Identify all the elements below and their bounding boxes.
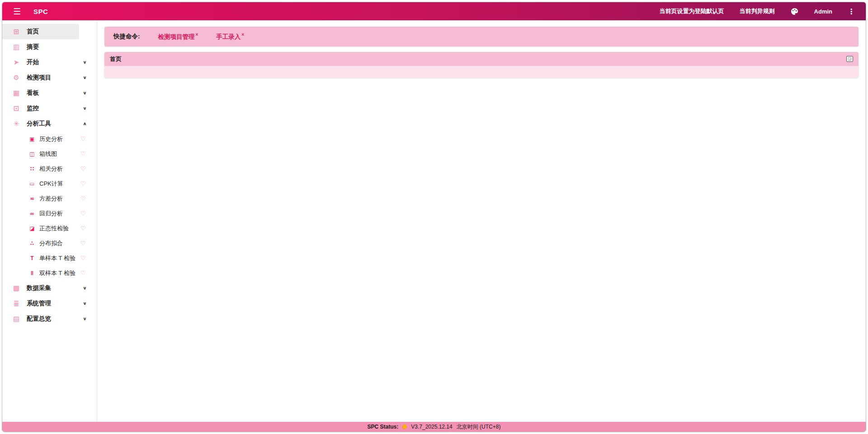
top-bar: ☰ SPC 当前页设置为登陆默认页 当前判异规则 Admin ⋮	[2, 2, 866, 20]
sidebar-subitem-cpk-calc[interactable]: ▭CPK计算♡	[2, 176, 97, 191]
close-icon[interactable]: ×	[196, 32, 198, 37]
sidebar-subitem-label: 回归分析	[39, 210, 63, 218]
favorite-heart-icon[interactable]: ♡	[80, 180, 86, 187]
anova-icon: ≂	[28, 196, 36, 202]
sidebar-subitem-label: 单样本 T 检验	[39, 254, 75, 262]
sidebar-subitem-history-analysis[interactable]: ▣历史分析♡	[2, 131, 97, 146]
sidebar-item-system-management[interactable]: ≣系统管理∨	[2, 296, 97, 311]
kebab-menu-icon[interactable]: ⋮	[848, 7, 855, 16]
sidebar-subitem-one-sample-t[interactable]: T单样本 T 检验♡	[2, 251, 97, 266]
chevron-down-icon: ∨	[83, 285, 87, 290]
favorite-heart-icon[interactable]: ♡	[80, 225, 86, 232]
sidebar: ⊞首页▥摘要➤开始∨⚙检测项目∨▦看板∨⊡监控∨✳分析工具∧▣历史分析♡◫箱线图…	[2, 20, 97, 422]
sidebar-subitem-box-plot[interactable]: ◫箱线图♡	[2, 146, 97, 161]
sidebar-subitem-normality-test[interactable]: ◪正态性检验♡	[2, 221, 97, 236]
chevron-down-icon: ∨	[83, 106, 87, 111]
start-icon: ➤	[12, 58, 20, 66]
sidebar-item-summary[interactable]: ▥摘要	[2, 39, 97, 55]
chevron-down-icon: ∨	[83, 301, 87, 306]
set-default-page-link[interactable]: 当前页设置为登陆默认页	[660, 7, 724, 15]
sidebar-subitem-label: 历史分析	[39, 135, 63, 143]
sidebar-item-label: 首页	[27, 28, 39, 36]
sidebar-item-label: 摘要	[27, 43, 39, 51]
board-icon: ▦	[12, 89, 20, 97]
regression-icon: ∞	[28, 210, 36, 217]
status-timezone: 北京时间 (UTC+8)	[457, 423, 501, 431]
quick-tag-inspection-management[interactable]: 检测项目管理×	[158, 32, 198, 41]
palette-icon[interactable]	[790, 7, 799, 16]
sidebar-subitem-correlation-analysis[interactable]: ∷相关分析♡	[2, 161, 97, 176]
sidebar-item-label: 分析工具	[27, 120, 51, 128]
sidebar-item-label: 系统管理	[27, 299, 51, 308]
user-menu[interactable]: Admin	[814, 8, 832, 15]
chevron-down-icon: ∨	[83, 75, 87, 80]
history-analysis-icon: ▣	[28, 136, 36, 142]
app-title: SPC	[33, 8, 48, 15]
monitor-icon: ⊡	[12, 104, 20, 112]
correlation-analysis-icon: ∷	[28, 166, 36, 172]
box-plot-icon: ◫	[28, 151, 36, 157]
favorite-heart-icon[interactable]: ♡	[80, 240, 86, 247]
current-rules-link[interactable]: 当前判异规则	[740, 7, 775, 15]
sidebar-subitem-two-sample-t[interactable]: ‖双样本 T 检验♡	[2, 266, 97, 280]
config-overview-icon: ▤	[12, 315, 20, 323]
normality-test-icon: ◪	[28, 225, 36, 232]
favorite-heart-icon[interactable]: ♡	[80, 195, 86, 202]
favorite-heart-icon[interactable]: ♡	[80, 165, 86, 172]
home-panel: 首页 ◲	[104, 52, 859, 78]
system-management-icon: ≣	[12, 299, 20, 308]
chevron-down-icon: ∨	[83, 60, 87, 65]
sidebar-subitem-label: 分布拟合	[39, 239, 63, 247]
favorite-heart-icon[interactable]: ♡	[80, 270, 86, 276]
favorite-heart-icon[interactable]: ♡	[80, 135, 86, 142]
inspection-items-icon: ⚙	[12, 74, 20, 82]
sidebar-item-board[interactable]: ▦看板∨	[2, 85, 97, 101]
sidebar-subitem-label: CPK计算	[39, 180, 63, 188]
two-sample-t-icon: ‖	[28, 270, 36, 276]
panel-title: 首页	[110, 55, 122, 63]
sidebar-item-label: 数据采集	[27, 284, 51, 292]
expand-icon[interactable]: ◲	[846, 56, 853, 62]
hamburger-menu-icon[interactable]: ☰	[13, 6, 21, 17]
sidebar-item-label: 检测项目	[27, 74, 51, 82]
status-dot-icon	[402, 425, 407, 429]
status-version: V3.7_2025.12.14	[411, 424, 452, 430]
chevron-up-icon: ∧	[83, 121, 87, 126]
favorite-heart-icon[interactable]: ♡	[80, 255, 86, 261]
sidebar-item-analysis-tools[interactable]: ✳分析工具∧	[2, 116, 97, 131]
chevron-down-icon: ∨	[83, 90, 87, 95]
status-bar: SPC Status: V3.7_2025.12.14 北京时间 (UTC+8)	[2, 422, 866, 432]
sidebar-subitem-distribution-fit[interactable]: ∴分布拟合♡	[2, 236, 97, 251]
distribution-fit-icon: ∴	[28, 240, 36, 247]
sidebar-item-label: 看板	[27, 89, 39, 97]
sidebar-item-monitor[interactable]: ⊡监控∨	[2, 101, 97, 116]
sidebar-subitem-label: 箱线图	[39, 150, 57, 158]
sidebar-subitem-anova[interactable]: ≂方差分析♡	[2, 191, 97, 206]
sidebar-item-inspection-items[interactable]: ⚙检测项目∨	[2, 70, 97, 85]
sidebar-subitem-regression[interactable]: ∞回归分析♡	[2, 206, 97, 221]
favorite-heart-icon[interactable]: ♡	[80, 210, 86, 217]
close-icon[interactable]: ×	[241, 32, 244, 37]
quick-command-bar: 快捷命令: 检测项目管理× 手工录入×	[104, 27, 859, 47]
analysis-tools-icon: ✳	[12, 120, 20, 128]
data-collection-icon: ▩	[12, 284, 20, 292]
quick-tag-manual-entry[interactable]: 手工录入×	[216, 32, 244, 41]
cpk-calc-icon: ▭	[28, 181, 36, 187]
main-content: 快捷命令: 检测项目管理× 手工录入× 首页 ◲	[97, 20, 866, 422]
quick-command-label: 快捷命令:	[113, 33, 140, 41]
sidebar-item-home[interactable]: ⊞首页	[2, 24, 79, 39]
sidebar-item-start[interactable]: ➤开始∨	[2, 55, 97, 70]
app-window: ☰ SPC 当前页设置为登陆默认页 当前判异规则 Admin ⋮ ⊞首页▥摘要➤…	[2, 2, 866, 432]
sidebar-item-data-collection[interactable]: ▩数据采集∨	[2, 280, 97, 296]
sidebar-subitem-label: 方差分析	[39, 195, 63, 203]
status-label: SPC Status:	[368, 424, 399, 430]
home-icon: ⊞	[12, 28, 20, 36]
sidebar-subitem-label: 相关分析	[39, 165, 63, 173]
favorite-heart-icon[interactable]: ♡	[80, 150, 86, 157]
one-sample-t-icon: T	[28, 255, 36, 261]
sidebar-item-label: 开始	[27, 58, 39, 66]
sidebar-item-label: 监控	[27, 104, 39, 112]
sidebar-item-config-overview[interactable]: ▤配置总览∨	[2, 311, 97, 327]
sidebar-subitem-label: 双样本 T 检验	[39, 269, 75, 277]
chevron-down-icon: ∨	[83, 316, 87, 321]
